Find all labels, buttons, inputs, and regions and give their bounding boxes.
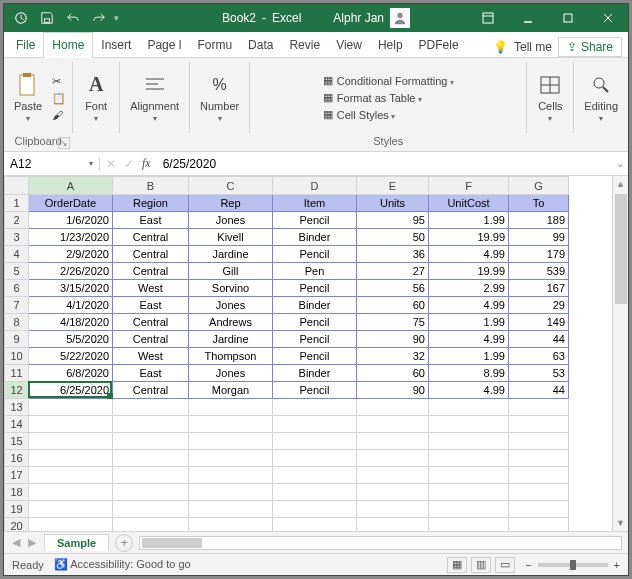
maximize-button[interactable] bbox=[548, 4, 588, 32]
row-header[interactable]: 17 bbox=[5, 467, 29, 484]
col-header-E[interactable]: E bbox=[357, 177, 429, 195]
cell[interactable]: 2.99 bbox=[429, 280, 509, 297]
cell[interactable] bbox=[189, 399, 273, 416]
cell[interactable]: 27 bbox=[357, 263, 429, 280]
cell[interactable]: 4.99 bbox=[429, 297, 509, 314]
col-header-G[interactable]: G bbox=[509, 177, 569, 195]
view-normal[interactable]: ▦ bbox=[447, 557, 467, 573]
cell[interactable]: 1.99 bbox=[429, 314, 509, 331]
cell[interactable]: 60 bbox=[357, 297, 429, 314]
cell[interactable] bbox=[189, 501, 273, 518]
row-header[interactable]: 5 bbox=[5, 263, 29, 280]
cell[interactable]: 6/8/2020 bbox=[29, 365, 113, 382]
cell[interactable]: 1/6/2020 bbox=[29, 212, 113, 229]
tab-help[interactable]: Help bbox=[370, 33, 411, 57]
cell[interactable]: 19.99 bbox=[429, 229, 509, 246]
row-header[interactable]: 20 bbox=[5, 518, 29, 532]
cell[interactable]: 4.99 bbox=[429, 331, 509, 348]
row-header[interactable]: 9 bbox=[5, 331, 29, 348]
cell[interactable]: 1.99 bbox=[429, 212, 509, 229]
cell[interactable] bbox=[29, 416, 113, 433]
cell[interactable] bbox=[189, 518, 273, 532]
cell[interactable] bbox=[113, 518, 189, 532]
view-page-break[interactable]: ▭ bbox=[495, 557, 515, 573]
cell-styles[interactable]: ▦Cell Styles bbox=[319, 107, 399, 122]
cell[interactable]: 53 bbox=[509, 365, 569, 382]
sheet-nav-prev[interactable]: ◀ bbox=[12, 536, 20, 549]
cell[interactable] bbox=[113, 484, 189, 501]
cell[interactable]: Pencil bbox=[273, 280, 357, 297]
grid[interactable]: ABCDEFG 1OrderDateRegionRepItemUnitsUnit… bbox=[4, 176, 628, 531]
row-header[interactable]: 16 bbox=[5, 450, 29, 467]
name-box[interactable]: A12▾ bbox=[4, 157, 100, 171]
cell[interactable]: 8.99 bbox=[429, 365, 509, 382]
tab-data[interactable]: Data bbox=[240, 33, 281, 57]
cell[interactable]: Pencil bbox=[273, 246, 357, 263]
cell[interactable] bbox=[357, 450, 429, 467]
cell[interactable]: 4.99 bbox=[429, 382, 509, 399]
cell[interactable]: 5/22/2020 bbox=[29, 348, 113, 365]
cell[interactable] bbox=[509, 518, 569, 532]
cell[interactable]: Binder bbox=[273, 365, 357, 382]
cell[interactable]: Region bbox=[113, 195, 189, 212]
cell[interactable]: Andrews bbox=[189, 314, 273, 331]
cell[interactable]: Jones bbox=[189, 365, 273, 382]
cell[interactable] bbox=[357, 484, 429, 501]
formula-input[interactable]: 6/25/2020 bbox=[157, 157, 612, 171]
cell[interactable]: Binder bbox=[273, 297, 357, 314]
cell[interactable]: 5/5/2020 bbox=[29, 331, 113, 348]
cell[interactable]: 179 bbox=[509, 246, 569, 263]
cell[interactable] bbox=[113, 399, 189, 416]
fx-icon[interactable]: fx bbox=[142, 156, 151, 171]
cell[interactable]: Jones bbox=[189, 212, 273, 229]
cell[interactable] bbox=[273, 399, 357, 416]
conditional-formatting[interactable]: ▦Conditional Formatting bbox=[319, 73, 458, 88]
cell[interactable]: Morgan bbox=[189, 382, 273, 399]
alignment-button[interactable]: Alignment▾ bbox=[126, 70, 183, 125]
sheet-tab-sample[interactable]: Sample bbox=[44, 534, 109, 551]
cell[interactable]: UnitCost bbox=[429, 195, 509, 212]
cell[interactable]: West bbox=[113, 280, 189, 297]
cell[interactable]: Pencil bbox=[273, 348, 357, 365]
cell[interactable] bbox=[29, 450, 113, 467]
cell[interactable]: Pencil bbox=[273, 314, 357, 331]
format-as-table[interactable]: ▦Format as Table bbox=[319, 90, 426, 105]
cell[interactable]: Central bbox=[113, 314, 189, 331]
select-all[interactable] bbox=[5, 177, 29, 195]
autosave-icon[interactable] bbox=[10, 7, 32, 29]
cell[interactable] bbox=[113, 450, 189, 467]
cell[interactable]: OrderDate bbox=[29, 195, 113, 212]
cell[interactable] bbox=[509, 399, 569, 416]
cell[interactable]: 4/1/2020 bbox=[29, 297, 113, 314]
cell[interactable]: 1.99 bbox=[429, 348, 509, 365]
row-header[interactable]: 6 bbox=[5, 280, 29, 297]
cell[interactable] bbox=[29, 433, 113, 450]
cell[interactable]: Jardine bbox=[189, 331, 273, 348]
col-header-A[interactable]: A bbox=[29, 177, 113, 195]
cell[interactable]: 36 bbox=[357, 246, 429, 263]
tab-home[interactable]: Home bbox=[43, 32, 93, 58]
cell[interactable] bbox=[29, 518, 113, 532]
cell[interactable]: 56 bbox=[357, 280, 429, 297]
cell[interactable] bbox=[113, 433, 189, 450]
cell[interactable]: Pencil bbox=[273, 212, 357, 229]
row-header[interactable]: 10 bbox=[5, 348, 29, 365]
cell[interactable] bbox=[273, 416, 357, 433]
cell[interactable]: East bbox=[113, 297, 189, 314]
cell[interactable]: Central bbox=[113, 229, 189, 246]
cell[interactable]: West bbox=[113, 348, 189, 365]
row-header[interactable]: 4 bbox=[5, 246, 29, 263]
horizontal-scrollbar[interactable] bbox=[139, 536, 622, 550]
cell[interactable]: Item bbox=[273, 195, 357, 212]
cell[interactable] bbox=[429, 501, 509, 518]
tab-page-layout[interactable]: Page l bbox=[139, 33, 189, 57]
cell[interactable]: 4/18/2020 bbox=[29, 314, 113, 331]
cell[interactable]: 3/15/2020 bbox=[29, 280, 113, 297]
tell-me[interactable]: Tell me bbox=[514, 40, 552, 54]
cell[interactable] bbox=[189, 433, 273, 450]
vertical-scrollbar[interactable]: ▲▼ bbox=[612, 176, 628, 531]
cell[interactable] bbox=[29, 501, 113, 518]
tab-view[interactable]: View bbox=[328, 33, 370, 57]
format-painter-icon[interactable]: 🖌 bbox=[52, 109, 66, 121]
cell[interactable]: To bbox=[509, 195, 569, 212]
